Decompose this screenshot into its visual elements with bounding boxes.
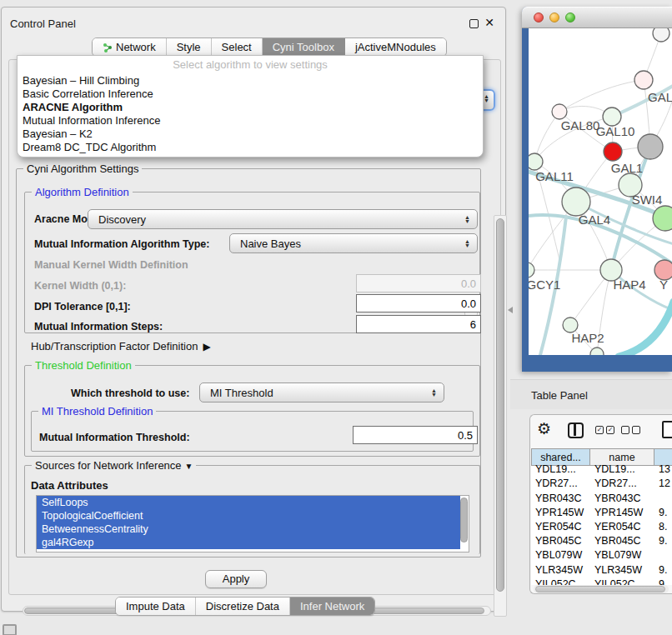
table-panel-title: Table Panel <box>531 389 588 402</box>
cyni-bottom-tabbar: Impute DataDiscretize DataInfer Network <box>115 597 375 616</box>
table-cell: YER054C <box>531 520 590 534</box>
tab-style[interactable]: Style <box>167 38 212 56</box>
algorithm-option-bayesian-hill-climbing[interactable]: Bayesian – Hill Climbing <box>18 74 483 88</box>
table-row[interactable]: YBL079WYBL079W <box>531 548 672 562</box>
new-column-icon[interactable] <box>662 421 672 438</box>
which-threshold-select[interactable]: MI Threshold ▲▼ <box>199 382 444 402</box>
kernel-width-input[interactable] <box>356 274 481 292</box>
data-attributes-list[interactable]: SelfLoopsTopologicalCoefficientBetweenne… <box>36 495 469 552</box>
tab-jactivemnodules[interactable]: jActiveMNodules <box>345 38 446 56</box>
tab-network[interactable]: Network <box>93 38 167 56</box>
table-row[interactable]: YER054CYER054C8. <box>531 520 672 534</box>
spinner-arrows-icon: ▲▼ <box>431 388 437 397</box>
network-node[interactable] <box>638 134 663 159</box>
list-scrollbar[interactable] <box>460 498 468 549</box>
table-cell: 9. <box>654 563 672 578</box>
dock-panel-icon[interactable] <box>3 624 17 635</box>
network-node-label: GCY1 <box>529 278 560 292</box>
spinner-arrows-icon: ▲▼ <box>484 94 489 102</box>
network-node-swi4[interactable] <box>653 206 672 231</box>
table-cell: YDL19... <box>590 462 654 477</box>
algorithm-dropdown-popup: Select algorithm to view settings Bayesi… <box>17 55 484 158</box>
table-header-row: shared...name <box>531 448 672 462</box>
settings-vertical-scrollbar[interactable] <box>494 215 507 617</box>
algorithm-definition-title: Algorithm Definition <box>32 186 133 198</box>
window-zoom-button[interactable] <box>565 12 575 22</box>
window-minimize-button[interactable] <box>549 12 559 22</box>
network-window-titlebar[interactable] <box>522 7 672 28</box>
table-cell: YIL052C <box>590 578 654 586</box>
mi-threshold-input[interactable] <box>353 426 478 444</box>
tab-select[interactable]: Select <box>212 38 263 56</box>
network-node-gal4[interactable] <box>562 188 590 216</box>
window-close-button[interactable] <box>534 12 544 22</box>
network-edge-strong[interactable] <box>619 302 672 355</box>
tab-discretize-data[interactable]: Discretize Data <box>196 598 290 615</box>
spinner-arrows-icon: ▲▼ <box>464 239 470 248</box>
close-panel-icon[interactable]: ✕ <box>484 16 494 29</box>
float-panel-icon[interactable] <box>469 19 479 28</box>
algorithm-option-basic-correlation-inference[interactable]: Basic Correlation Inference <box>18 88 483 101</box>
gear-icon[interactable]: ⚙ <box>537 419 551 438</box>
network-canvas[interactable]: GALGAL80GAL10GAL1GAL11GAL4SWI4GCY1HAP4YH… <box>529 28 672 355</box>
sources-expander[interactable]: Sources for Network Inference▼ <box>32 459 196 472</box>
attribute-item-selfloops[interactable]: SelfLoops <box>37 496 460 509</box>
mi-type-label: Mutual Information Algorithm Type: <box>34 238 209 250</box>
table-horizontal-scrollbar[interactable] <box>534 585 669 593</box>
table-cell: YBL079W <box>531 548 590 562</box>
network-node-label: GAL11 <box>535 169 574 183</box>
tab-label: Network <box>116 41 156 53</box>
algorithm-option-mutual-information-inference[interactable]: Mutual Information Inference <box>18 114 483 128</box>
algorithm-option-dream8-dc-tdc-algorithm[interactable]: Dream8 DC_TDC Algorithm <box>18 141 483 154</box>
network-node-gal80[interactable] <box>552 104 567 119</box>
hub-definition-expander[interactable]: Hub/Transcription Factor Definition▶ <box>31 340 211 352</box>
table-row[interactable]: YDL19...YDL19...13 <box>531 462 672 477</box>
deselect-all-columns-icon[interactable] <box>621 426 640 434</box>
network-node[interactable] <box>653 28 669 42</box>
network-node-label: GAL1 <box>611 161 643 175</box>
network-node-label: HAP4 <box>613 278 645 292</box>
table-cell: 9. <box>654 534 672 548</box>
algorithm-option-bayesian-k2[interactable]: Bayesian – K2 <box>18 128 483 141</box>
mi-threshold-group-title: MI Threshold Definition <box>38 405 156 418</box>
show-columns-icon[interactable] <box>568 422 584 438</box>
attribute-item-topologicalcoefficient[interactable]: TopologicalCoefficient <box>37 509 460 522</box>
network-node-gal10[interactable] <box>603 108 621 126</box>
table-row[interactable]: YDR27...YDR27...12 <box>531 477 672 491</box>
apply-button[interactable]: Apply <box>205 570 267 588</box>
dpi-tolerance-input[interactable] <box>356 294 481 312</box>
table-panel-header: Table Panel <box>510 379 672 409</box>
sources-title: Sources for Network Inference <box>35 459 182 472</box>
table-row[interactable]: YPR145WYPR145W9. <box>531 506 672 520</box>
algorithm-option-aracne-algorithm[interactable]: ARACNE Algorithm <box>18 101 483 114</box>
dpi-tolerance-label: DPI Tolerance [0,1]: <box>34 301 131 312</box>
split-pane-handle[interactable] <box>508 307 513 313</box>
table-row[interactable]: YBR043CYBR043C <box>531 492 672 506</box>
network-node-gal[interactable] <box>634 71 653 89</box>
network-node-gal1[interactable] <box>604 142 622 161</box>
table-row[interactable]: YBR045CYBR045C9. <box>531 534 672 548</box>
table-row[interactable]: YLR345WYLR345W9. <box>531 563 672 578</box>
mi-type-select[interactable]: Naive Bayes ▲▼ <box>229 233 478 253</box>
attribute-item-betweennesscentrality[interactable]: BetweennessCentrality <box>37 522 460 536</box>
table-cell: YDL19... <box>531 462 590 477</box>
select-all-columns-icon[interactable]: ✓✓ <box>595 426 614 434</box>
network-node-gal11[interactable] <box>529 153 543 170</box>
table-row[interactable]: YIL052CYIL052C9 <box>531 578 672 586</box>
control-panel-title: Control Panel <box>10 18 76 30</box>
mi-steps-input[interactable] <box>356 315 481 333</box>
network-node[interactable] <box>590 348 604 355</box>
attribute-item-gal4rgexp[interactable]: gal4RGexp <box>37 536 460 549</box>
tab-label: Discretize Data <box>206 600 279 612</box>
spinner-arrows-icon: ▲▼ <box>464 215 470 223</box>
tab-impute-data[interactable]: Impute Data <box>116 598 196 615</box>
network-view-window: GALGAL80GAL10GAL1GAL11GAL4SWI4GCY1HAP4YH… <box>522 7 672 372</box>
network-node-gcy1[interactable] <box>529 262 534 278</box>
table-cell: 13 <box>654 462 672 477</box>
table-cell <box>654 548 672 562</box>
aracne-mode-select[interactable]: Discovery ▲▼ <box>88 209 478 229</box>
table-cell: 9 <box>654 578 672 586</box>
tab-cyni-toolbox[interactable]: Cyni Toolbox <box>263 38 345 56</box>
network-node-label: HAP2 <box>571 331 604 345</box>
tab-infer-network[interactable]: Infer Network <box>290 598 374 615</box>
